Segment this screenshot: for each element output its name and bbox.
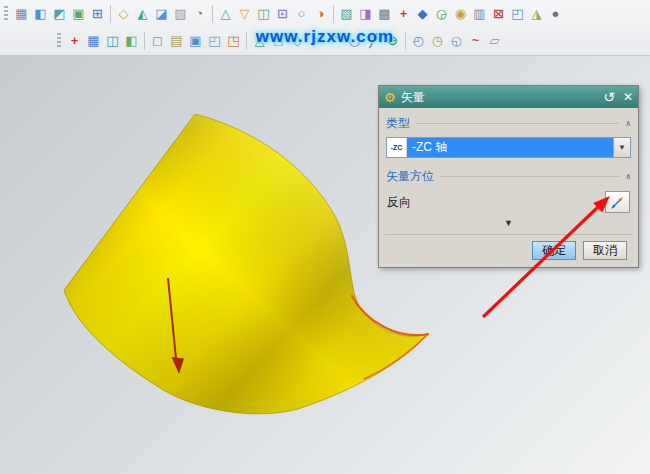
toolbar-separator <box>144 32 145 50</box>
gear-icon: ⚙ <box>384 90 396 105</box>
toolbar-icon[interactable]: ◰ <box>508 4 527 24</box>
expand-more-icon[interactable]: ▼ <box>385 215 632 232</box>
toolbar-icon[interactable]: ◔ <box>190 4 209 24</box>
toolbar-icon[interactable]: ◷ <box>428 31 447 51</box>
toolbar-icon[interactable]: + <box>394 4 413 24</box>
type-section-label: 类型 <box>386 115 410 132</box>
collapse-chevron-icon[interactable]: ∧ <box>625 172 631 181</box>
toolbar-icon[interactable]: ◫ <box>103 31 122 51</box>
toolbar-icon[interactable]: ◳ <box>224 31 243 51</box>
toolbar-icon[interactable]: ⊡ <box>273 4 292 24</box>
type-section-header: 类型 ∧ <box>385 111 632 134</box>
toolbar-icon[interactable]: ◉ <box>451 4 470 24</box>
toolbar-icon[interactable]: ▤ <box>167 31 186 51</box>
ok-button[interactable]: 确定 <box>532 241 576 260</box>
vector-type-dropdown[interactable]: -ZC -ZC 轴 ▼ <box>386 137 631 158</box>
toolbar-icon[interactable]: ◨ <box>356 4 375 24</box>
orientation-section-header: 矢量方位 ∧ <box>385 164 632 187</box>
toolbar-icon[interactable]: ◧ <box>31 4 50 24</box>
zc-axis-icon: -ZC <box>387 138 407 157</box>
toolbar-icon[interactable]: ○ <box>292 4 311 24</box>
dropdown-arrow-icon[interactable]: ▼ <box>613 138 630 157</box>
toolbar-separator <box>110 5 111 23</box>
toolbar-icon[interactable]: ◧ <box>122 31 141 51</box>
toolbar-icon[interactable]: ◫ <box>254 4 273 24</box>
toolbar-icon[interactable]: ▣ <box>186 31 205 51</box>
toolbar-grip[interactable] <box>57 33 61 49</box>
toolbar-icon[interactable]: ▦ <box>12 4 31 24</box>
toolbar-icon[interactable]: ▽ <box>235 4 254 24</box>
toolbar-icon[interactable]: ◰ <box>205 31 224 51</box>
toolbar-icon[interactable]: ▣ <box>69 4 88 24</box>
toolbar-icon[interactable]: + <box>65 31 84 51</box>
reverse-direction-icon <box>610 195 625 210</box>
toolbar-icon[interactable]: ◇ <box>114 4 133 24</box>
application-window: { "watermark": "www.rjzxw.com", "toolbar… <box>0 0 650 474</box>
toolbar-icon[interactable]: △ <box>216 4 235 24</box>
toolbar-icon[interactable]: ◩ <box>50 4 69 24</box>
toolbar-separator <box>333 5 334 23</box>
reverse-direction-label: 反向 <box>387 194 411 211</box>
toolbar-separator <box>405 32 406 50</box>
dialog-title: 矢量 <box>401 89 604 106</box>
vector-dialog: ⚙ 矢量 ↺ ✕ 类型 ∧ -ZC -ZC 轴 ▼ 矢量方位 ∧ 反向 <box>378 85 639 268</box>
cancel-button[interactable]: 取消 <box>583 241 627 260</box>
toolbar-icon[interactable]: ◴ <box>409 31 428 51</box>
toolbar-icon[interactable]: ◑ <box>311 4 330 24</box>
toolbar-icon[interactable]: ▧ <box>337 4 356 24</box>
toolbar-separator <box>212 5 213 23</box>
watermark-text: www.rjzxw.com <box>256 27 394 47</box>
toolbar-icon[interactable]: ◶ <box>432 4 451 24</box>
reverse-direction-button[interactable] <box>605 191 630 213</box>
orientation-section-label: 矢量方位 <box>386 168 434 185</box>
dialog-button-row: 确定 取消 <box>385 234 632 267</box>
toolbar-separator <box>246 32 247 50</box>
toolbar-icon[interactable]: ◻ <box>148 31 167 51</box>
toolbar-icon[interactable]: ▥ <box>470 4 489 24</box>
toolbar-icon[interactable]: ▩ <box>375 4 394 24</box>
reverse-direction-row: 反向 <box>387 191 630 213</box>
sheet-surface-shading <box>64 114 428 414</box>
section-divider <box>416 123 619 124</box>
toolbar-icon[interactable]: ◭ <box>133 4 152 24</box>
vector-type-selected-value: -ZC 轴 <box>407 138 613 157</box>
toolbar-grip[interactable] <box>4 6 8 22</box>
toolbar-icon[interactable]: ⊠ <box>489 4 508 24</box>
toolbar-icon[interactable]: ▱ <box>485 31 504 51</box>
section-divider <box>440 176 619 177</box>
toolbar-icon[interactable]: ▨ <box>171 4 190 24</box>
toolbar-icon[interactable]: ⊞ <box>88 4 107 24</box>
dialog-titlebar[interactable]: ⚙ 矢量 ↺ ✕ <box>379 86 638 108</box>
toolbar-row-1: ▦◧◩▣⊞◇◭◪▨◔△▽◫⊡○◑▧◨▩+◆◶◉▥⊠◰◮● <box>0 0 650 27</box>
toolbar-icon[interactable]: ~ <box>466 31 485 51</box>
toolbar-icon[interactable]: ◮ <box>527 4 546 24</box>
toolbar-icon[interactable]: ◵ <box>447 31 466 51</box>
toolbar-icon[interactable]: ◆ <box>413 4 432 24</box>
toolbar-icon[interactable]: ● <box>546 4 565 24</box>
dialog-body: 类型 ∧ -ZC -ZC 轴 ▼ 矢量方位 ∧ 反向 ▼ <box>379 108 638 267</box>
collapse-chevron-icon[interactable]: ∧ <box>625 119 631 128</box>
toolbar-icon[interactable]: ◪ <box>152 4 171 24</box>
reset-icon[interactable]: ↺ <box>603 89 615 105</box>
close-icon[interactable]: ✕ <box>623 90 633 104</box>
toolbar-icon[interactable]: ▦ <box>84 31 103 51</box>
